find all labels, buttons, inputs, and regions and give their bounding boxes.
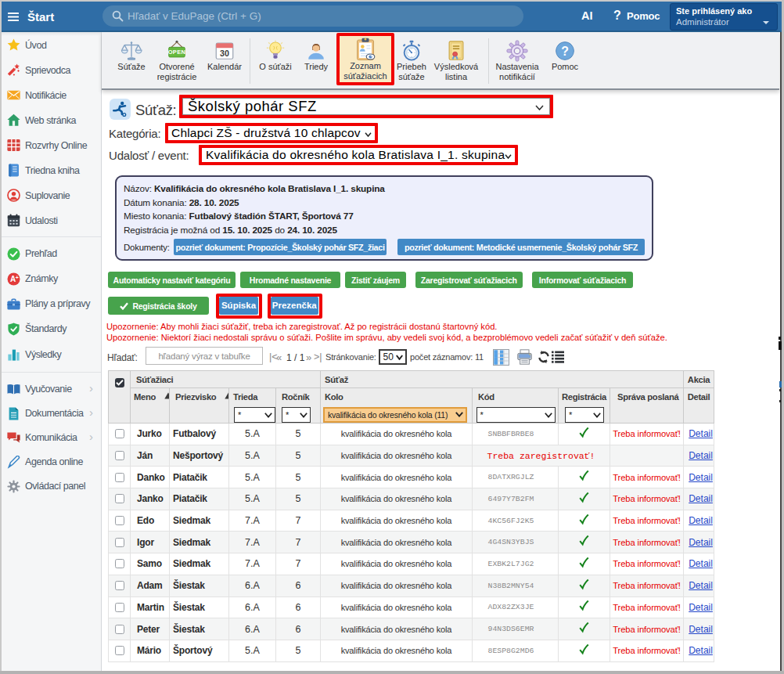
svg-text:?: ? bbox=[561, 45, 569, 58]
svg-text:OPEN: OPEN bbox=[168, 49, 186, 56]
svg-text:+: + bbox=[16, 274, 19, 279]
svg-text:30: 30 bbox=[220, 49, 229, 58]
